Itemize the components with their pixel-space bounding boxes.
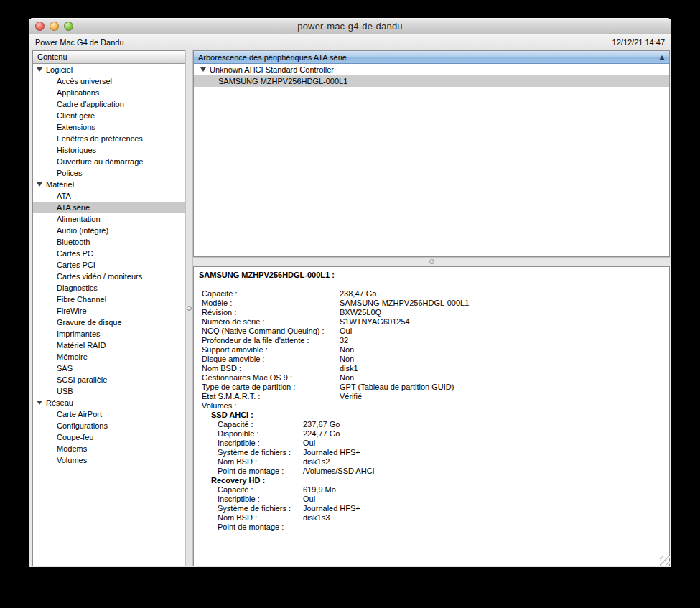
detail-label: Système de fichiers : xyxy=(218,448,303,457)
system-profiler-window: power-mac-g4-de-dandu Power Mac G4 de Da… xyxy=(29,18,671,567)
device-tree-header-label: Arborescence des périphériques ATA série xyxy=(198,53,347,62)
disclosure-triangle-icon[interactable] xyxy=(37,67,42,72)
disclosure-triangle-icon[interactable] xyxy=(37,401,42,405)
detail-value: 32 xyxy=(340,336,348,345)
sidebar-item-carte-airport[interactable]: Carte AirPort xyxy=(33,408,185,420)
sidebar-item-fenetres-de-preferences[interactable]: Fenêtres de préférences xyxy=(33,133,185,144)
sidebar-item-volumes[interactable]: Volumes xyxy=(33,454,185,466)
detail-label: Inscriptible : xyxy=(218,439,303,448)
horizontal-splitter[interactable] xyxy=(193,257,670,266)
detail-row-nom-bsd: Nom BSD :disk1s3 xyxy=(194,513,669,523)
detail-row-ssd-ahci: SSD AHCI : xyxy=(194,411,669,420)
detail-value: Oui xyxy=(303,495,315,504)
sidebar-item-applications[interactable]: Applications xyxy=(33,87,185,98)
sidebar-item-ata-serie[interactable]: ATA série xyxy=(33,202,185,213)
sidebar-item-usb[interactable]: USB xyxy=(33,385,185,397)
sidebar-section-reseau[interactable]: Réseau xyxy=(33,397,185,408)
device-tree-list: Unknown AHCI Standard ControllerSAMSUNG … xyxy=(194,64,669,87)
detail-row-disponible: Disponible :224,77 Go xyxy=(194,429,669,439)
sidebar-item-alimentation[interactable]: Alimentation xyxy=(33,213,185,225)
sidebar-section-materiel[interactable]: Matériel xyxy=(33,179,185,190)
device-details-rows: Capacité :238,47 GoModèle :SAMSUNG MZHPV… xyxy=(194,289,669,532)
sidebar-item-acces-universel[interactable]: Accès universel xyxy=(33,75,185,87)
device-tree-row-unknown-ahci-standard-controller[interactable]: Unknown AHCI Standard Controller xyxy=(194,64,669,75)
sidebar-item-firewire[interactable]: FireWire xyxy=(33,305,185,317)
detail-row-gestionnaires-mac-os-9: Gestionnaires Mac OS 9 :Non xyxy=(194,373,669,383)
detail-row-profondeur-de-la-file-d-attente: Profondeur de la file d'attente :32 xyxy=(194,336,669,345)
title-bar[interactable]: power-mac-g4-de-dandu xyxy=(29,18,671,34)
sidebar-item-scsi-parallele[interactable]: SCSI parallèle xyxy=(33,374,185,385)
sidebar-item-extensions[interactable]: Extensions xyxy=(33,121,185,133)
disclosure-triangle-icon[interactable] xyxy=(200,67,206,72)
sidebar-item-ata[interactable]: ATA xyxy=(33,190,185,202)
sidebar-item-sas[interactable]: SAS xyxy=(33,363,185,374)
detail-row-systeme-de-fichiers: Système de fichiers :Journaled HFS+ xyxy=(194,504,669,513)
device-tree-column-header[interactable]: Arborescence des périphériques ATA série xyxy=(194,51,669,64)
detail-row-capacite: Capacité :619,9 Mo xyxy=(194,485,669,495)
detail-value: SAMSUNG MZHPV256HDGL-000L1 xyxy=(340,299,469,308)
detail-row-volumes: Volumes : xyxy=(194,401,669,411)
detail-value: Journaled HFS+ xyxy=(303,448,360,457)
detail-label: Capacité : xyxy=(218,485,303,495)
detail-value: S1WTNYAG601254 xyxy=(340,317,410,327)
detail-value: Non xyxy=(340,355,354,364)
sidebar-item-modems[interactable]: Modems xyxy=(33,443,185,454)
detail-value: /Volumes/SSD AHCI xyxy=(303,467,375,476)
detail-label: Disque amovible : xyxy=(202,355,340,364)
sidebar-item-cadre-d-application[interactable]: Cadre d'application xyxy=(33,98,185,110)
sidebar-item-diagnostics[interactable]: Diagnostics xyxy=(33,282,185,294)
device-details-panel: SAMSUNG MZHPV256HDGL-000L1 : Capacité :2… xyxy=(193,266,670,566)
splitter-dimple-icon[interactable] xyxy=(429,259,434,264)
detail-label: Recovery HD : xyxy=(211,476,265,485)
sidebar-item-historiques[interactable]: Historiques xyxy=(33,144,185,156)
detail-label: Nom BSD : xyxy=(202,364,340,373)
info-bar: Power Mac G4 de Dandu 12/12/21 14:47 xyxy=(29,34,671,50)
detail-label: Type de carte de partition : xyxy=(202,383,340,392)
sidebar-item-memoire[interactable]: Mémoire xyxy=(33,351,185,363)
sidebar-section-logiciel[interactable]: Logiciel xyxy=(33,64,185,75)
device-tree-row-label: SAMSUNG MZHPV256HDGL-000L1 xyxy=(218,77,347,85)
zoom-icon[interactable] xyxy=(64,22,73,31)
sidebar-item-cartes-video-moniteurs[interactable]: Cartes vidéo / moniteurs xyxy=(33,271,185,282)
splitter-dimple-icon[interactable] xyxy=(187,306,192,311)
sidebar-item-bluetooth[interactable]: Bluetooth xyxy=(33,236,185,248)
detail-row-recovery-hd: Recovery HD : xyxy=(194,476,669,485)
detail-label: Point de montage : xyxy=(218,523,303,532)
sidebar-item-ouverture-au-demarrage[interactable]: Ouverture au démarrage xyxy=(33,156,185,167)
detail-value: disk1 xyxy=(340,364,358,373)
vertical-splitter[interactable] xyxy=(185,50,193,566)
sidebar-item-client-gere[interactable]: Client géré xyxy=(33,110,185,121)
device-details-title: SAMSUNG MZHPV256HDGL-000L1 : xyxy=(194,271,669,280)
detail-row-capacite: Capacité :238,47 Go xyxy=(194,289,669,299)
resize-grip-icon[interactable] xyxy=(660,556,671,566)
detail-label: Nom BSD : xyxy=(218,513,303,523)
sidebar-item-audio-integre[interactable]: Audio (intégré) xyxy=(33,225,185,236)
sidebar-item-polices[interactable]: Polices xyxy=(33,167,185,179)
minimize-icon[interactable] xyxy=(50,22,59,31)
detail-label: Nom BSD : xyxy=(218,457,303,467)
disclosure-triangle-icon[interactable] xyxy=(37,182,42,187)
device-tree-row-samsung-mzhpv256hdgl-000l1[interactable]: SAMSUNG MZHPV256HDGL-000L1 xyxy=(194,75,669,87)
detail-value: Oui xyxy=(340,327,352,336)
right-pane: Arborescence des périphériques ATA série… xyxy=(193,50,670,566)
sidebar-item-fibre-channel[interactable]: Fibre Channel xyxy=(33,294,185,305)
device-tree-row-label: Unknown AHCI Standard Controller xyxy=(210,65,334,74)
detail-label: Support amovible : xyxy=(202,345,340,355)
sidebar-item-materiel-raid[interactable]: Matériel RAID xyxy=(33,340,185,351)
sidebar-item-coupe-feu[interactable]: Coupe-feu xyxy=(33,431,185,443)
detail-value: Vérifié xyxy=(340,392,362,401)
detail-row-revision: Révision :BXW25L0Q xyxy=(194,308,669,317)
sidebar-item-configurations[interactable]: Configurations xyxy=(33,420,185,431)
sidebar-item-gravure-de-disque[interactable]: Gravure de disque xyxy=(33,317,185,328)
sidebar-item-cartes-pci[interactable]: Cartes PCI xyxy=(33,259,185,271)
sidebar-item-cartes-pc[interactable]: Cartes PC xyxy=(33,248,185,259)
detail-row-modele: Modèle :SAMSUNG MZHPV256HDGL-000L1 xyxy=(194,299,669,308)
sidebar-item-imprimantes[interactable]: Imprimantes xyxy=(33,328,185,340)
sidebar-section-label: Matériel xyxy=(46,180,74,189)
detail-value: Non xyxy=(340,345,354,355)
close-icon[interactable] xyxy=(35,22,45,31)
report-date-label: 12/12/21 14:47 xyxy=(612,38,665,47)
window-content: Contenu LogicielAccès universelApplicati… xyxy=(29,50,671,566)
detail-value: 238,47 Go xyxy=(340,289,376,299)
detail-row-systeme-de-fichiers: Système de fichiers :Journaled HFS+ xyxy=(194,448,669,457)
